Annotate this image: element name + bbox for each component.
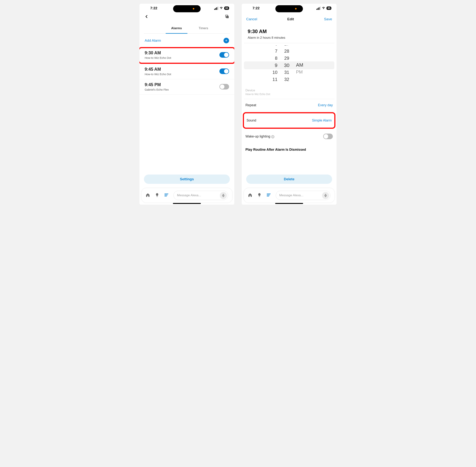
alarm-device: Gabriel's Echo Flex <box>145 88 169 91</box>
home-icon[interactable] <box>146 193 150 198</box>
selected-time: 9:30 AM <box>244 23 334 35</box>
signal-icon <box>214 7 218 10</box>
wake-lighting-toggle[interactable] <box>323 134 333 139</box>
wifi-icon <box>322 6 326 10</box>
sound-label: Sound <box>247 118 256 122</box>
status-bar: 7:22 95 <box>139 4 234 13</box>
wifi-icon <box>219 6 223 10</box>
alarm-device: How-to Wiz Echo Dot <box>145 73 171 76</box>
status-time: 7:22 <box>252 6 260 10</box>
bulb-icon[interactable] <box>257 193 262 198</box>
alarm-toggle[interactable] <box>219 52 229 58</box>
battery-level: 95 <box>326 7 331 10</box>
alarm-row-1[interactable]: 9:45 AM How-to Wiz Echo Dot <box>139 64 234 79</box>
alarm-time: 9:30 AM <box>145 51 171 55</box>
alarm-device: How-to Wiz Echo Dot <box>145 56 171 59</box>
mic-icon[interactable] <box>322 192 329 199</box>
alarms-list-screen: 7:22 95 Alarms Timers Add Alarm + 9:30 A… <box>139 4 234 205</box>
wake-lighting-row[interactable]: Wake-up lightingi <box>244 130 334 143</box>
alexa-input[interactable]: Message Alexa... <box>276 191 330 200</box>
tabs: Alarms Timers <box>144 26 230 34</box>
tab-alarms[interactable]: Alarms <box>166 26 188 34</box>
home-icon[interactable] <box>248 193 252 198</box>
alexa-input[interactable]: Message Alexa... <box>174 191 228 200</box>
home-indicator <box>173 203 201 204</box>
routine-heading: Play Routine After Alarm Is Dismissed <box>244 143 334 152</box>
home-indicator <box>275 203 303 204</box>
device-value: How-to Wiz Echo Dot <box>244 93 334 99</box>
tab-timers[interactable]: Timers <box>199 26 208 34</box>
battery-level: 95 <box>224 7 229 10</box>
picker-hour-col[interactable]: 6 7 8 9 10 11 12 <box>263 45 277 83</box>
save-button[interactable]: Save <box>324 17 332 21</box>
alarm-time: 9:45 AM <box>145 67 171 72</box>
status-bar: 7:22 95 <box>242 4 337 13</box>
info-icon[interactable]: i <box>271 135 274 138</box>
status-right: 95 <box>214 6 229 10</box>
lines-icon[interactable] <box>266 193 271 198</box>
picker-ampm-col[interactable]: AM PM <box>296 61 311 83</box>
edit-alarm-screen: 7:22 95 Cancel Edit Save 9:30 AM Alarm i… <box>242 4 337 205</box>
status-time: 7:22 <box>150 6 157 10</box>
delete-button[interactable]: Delete <box>246 175 332 184</box>
alarm-toggle[interactable] <box>219 68 229 74</box>
dynamic-island <box>173 5 201 12</box>
dynamic-island <box>275 5 303 12</box>
nav-bar <box>139 13 234 21</box>
multi-select-icon[interactable] <box>225 14 229 19</box>
status-right: 95 <box>316 6 331 10</box>
alexa-placeholder: Message Alexa... <box>177 194 201 197</box>
sound-row[interactable]: Sound Simple Alarm <box>243 112 336 129</box>
page-title: Edit <box>287 17 294 21</box>
sound-value: Simple Alarm <box>312 118 332 122</box>
add-alarm-link[interactable]: Add Alarm <box>145 39 161 43</box>
alarm-time: 9:45 PM <box>145 82 169 87</box>
alarm-row-0[interactable]: 9:30 AM How-to Wiz Echo Dot <box>139 47 234 64</box>
alarm-row-2[interactable]: 9:45 PM Gabriel's Echo Flex <box>139 79 234 95</box>
settings-button[interactable]: Settings <box>144 175 230 184</box>
add-alarm-row[interactable]: Add Alarm + <box>139 34 234 47</box>
repeat-value: Every day <box>318 103 333 107</box>
mic-icon[interactable] <box>220 192 227 199</box>
device-label: Device <box>244 87 334 93</box>
bottom-dock: Message Alexa... <box>141 188 232 203</box>
countdown-text: Alarm in 2 hours 8 minutes <box>244 35 334 41</box>
alarm-toggle[interactable] <box>219 84 229 90</box>
bottom-dock: Message Alexa... <box>244 188 335 203</box>
lines-icon[interactable] <box>164 193 169 198</box>
repeat-label: Repeat <box>245 103 256 107</box>
cancel-button[interactable]: Cancel <box>246 17 257 21</box>
back-button[interactable] <box>145 14 149 19</box>
picker-min-col[interactable]: 27 28 29 30 31 32 33 <box>279 45 294 83</box>
edit-header: Cancel Edit Save <box>242 13 337 23</box>
repeat-row[interactable]: Repeat Every day <box>244 99 334 111</box>
time-picker[interactable]: 6 7 8 9 10 11 12 27 28 29 30 31 32 33 AM… <box>244 45 334 83</box>
alexa-placeholder: Message Alexa... <box>279 194 303 197</box>
wake-lighting-label: Wake-up lightingi <box>245 134 274 138</box>
bulb-icon[interactable] <box>155 193 159 198</box>
signal-icon <box>316 7 321 10</box>
plus-icon[interactable]: + <box>224 38 229 43</box>
